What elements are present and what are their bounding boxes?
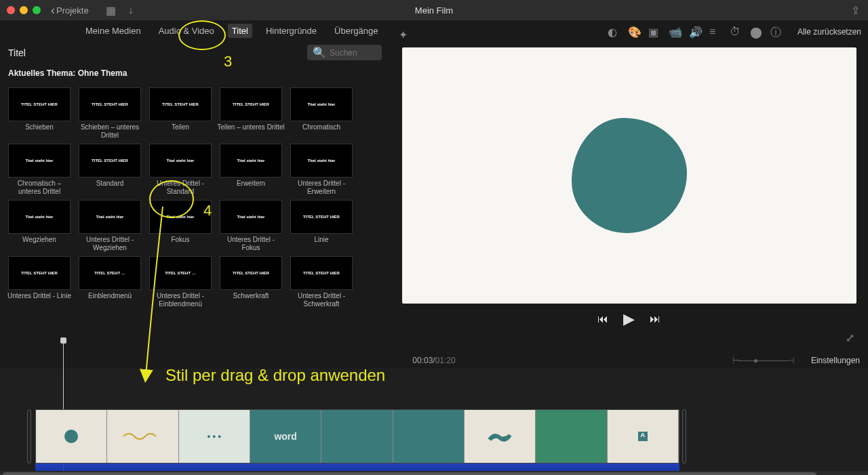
title-thumb: TITEL STEHT HIER [149, 87, 212, 121]
timeline-scrollbar[interactable] [0, 471, 868, 475]
title-thumb: TITEL STEHT HIER [220, 87, 282, 121]
color-correct-icon[interactable]: 🎨 [628, 26, 640, 38]
info-icon[interactable]: ⓘ [770, 26, 783, 38]
title-label: Teilen [172, 123, 189, 140]
title-tile[interactable]: Titel steht hierUnteres Drittel - Standa… [146, 144, 214, 196]
viewer-toolbar: ◐ 🎨 ▣ 📹 🔊 ≡ ⏱ ⬤ ⓘ Alle zurücksetzen [608, 26, 861, 38]
minimize-window[interactable] [20, 6, 28, 14]
title-label: Schwerkraft [233, 292, 269, 308]
import-icon[interactable]: ↓ [128, 4, 134, 17]
search-field[interactable]: 🔍 [307, 45, 382, 60]
prev-frame-icon[interactable]: ⏮ [597, 313, 608, 325]
window-controls [7, 6, 41, 14]
titles-browser: Titel 🔍 Aktuelles Thema: Ohne Thema TITE… [0, 41, 390, 352]
title-thumb: TITEL STEHT HIER [79, 144, 141, 178]
play-icon[interactable]: ▶ [623, 310, 635, 328]
title-label: Chromatisch – unteres Drittel [5, 180, 73, 196]
playback-controls: ⏮ ▶ ⏭ [597, 310, 660, 328]
enhance-icon[interactable]: ✦ [399, 28, 408, 41]
title-thumb: TITEL STEHT HIER [290, 256, 353, 290]
title-tile[interactable]: Titel steht hierErweitern [217, 144, 285, 196]
clip[interactable] [107, 410, 178, 463]
equalizer-icon[interactable]: ≡ [709, 26, 722, 38]
title-label: Unteres Drittel - Erweitern [288, 180, 355, 196]
title-tile[interactable]: TITEL STEHT HIERTeilen [146, 87, 214, 140]
title-thumb: TITEL STEHT HIER [79, 87, 141, 121]
clip-start-handle[interactable] [27, 409, 31, 463]
video-track[interactable]: ● ● ● word A [35, 409, 679, 463]
title-thumb: TITEL STEHT HIER [8, 87, 71, 121]
title-label: Unteres Drittel - Fokus [217, 236, 285, 252]
clip[interactable]: A [608, 410, 679, 463]
library-icon[interactable]: ▦ [106, 4, 116, 17]
title-thumb: Titel steht hier [8, 200, 71, 234]
crop-icon[interactable]: ▣ [648, 26, 660, 38]
viewer: ⏮ ▶ ⏭ ⤢ [390, 41, 868, 352]
next-frame-icon[interactable]: ⏭ [650, 313, 660, 325]
clip-end-handle[interactable] [682, 409, 686, 463]
title-label: Unteres Drittel - Einblendmenü [146, 292, 214, 308]
time-display: 00:03 / 01:20 ⊢――●――――⊣ Einstellungen [0, 352, 868, 369]
title-thumb: Titel steht hier [149, 144, 212, 178]
title-tile[interactable]: TITEL STEHT HIERUnteres Drittel - Linie [5, 256, 73, 308]
tab-titles[interactable]: Titel [228, 24, 252, 38]
title-thumb: Titel steht hier [220, 144, 282, 178]
title-tile[interactable]: TITEL STEHT HIERUnteres Drittel - Schwer… [288, 256, 355, 308]
title-tile[interactable]: TITEL STEHT HIERSchwerkraft [217, 256, 285, 308]
title-tile[interactable]: Titel steht hierUnteres Drittel - Erweit… [288, 144, 355, 196]
fullscreen-icon[interactable]: ⤢ [846, 331, 854, 344]
title-tile[interactable]: TITEL STEHT …Unteres Drittel - Einblendm… [146, 256, 214, 308]
window-title: Mein Film [415, 5, 453, 16]
preview-canvas[interactable] [402, 47, 856, 304]
tab-media[interactable]: Meine Medien [81, 24, 145, 38]
title-tile[interactable]: Titel steht hierUnteres Drittel - Fokus [217, 200, 285, 252]
title-tile[interactable]: TITEL STEHT …Einblendmenü [76, 256, 144, 308]
title-tile[interactable]: TITEL STEHT HIERTeilen – unteres Drittel [217, 87, 285, 140]
tab-audio[interactable]: Audio & Video [155, 24, 218, 38]
close-window[interactable] [7, 6, 15, 14]
title-tile[interactable]: Titel steht hierUnteres Drittel - Wegzie… [76, 200, 144, 252]
maximize-window[interactable] [33, 6, 41, 14]
title-tile[interactable]: TITEL STEHT HIERStandard [76, 144, 144, 196]
title-thumb: Titel steht hier [149, 200, 212, 234]
title-thumb: Titel steht hier [220, 200, 282, 234]
preview-content [572, 118, 687, 233]
clip[interactable] [536, 410, 607, 463]
search-icon: 🔍 [313, 46, 326, 59]
current-time: 00:03 [412, 356, 433, 365]
title-label: Unteres Drittel - Wegziehen [76, 236, 144, 252]
clip[interactable] [321, 410, 393, 463]
color-balance-icon[interactable]: ◐ [608, 26, 620, 38]
title-tile[interactable]: Titel steht hierFokus [146, 200, 214, 252]
tab-transitions[interactable]: Übergänge [330, 24, 382, 38]
title-thumb: TITEL STEHT HIER [290, 200, 353, 234]
clip[interactable] [36, 410, 107, 463]
timeline-settings[interactable]: Einstellungen [811, 356, 860, 365]
clip[interactable] [465, 410, 536, 463]
zoom-slider[interactable]: ⊢――●――――⊣ [732, 356, 793, 365]
title-tile[interactable]: Titel steht hierChromatisch [288, 87, 355, 140]
clip[interactable]: word [250, 410, 321, 463]
title-tile[interactable]: Titel steht hierChromatisch – unteres Dr… [5, 144, 73, 196]
search-input[interactable] [330, 48, 384, 58]
reset-all[interactable]: Alle zurücksetzen [797, 27, 861, 37]
scrollbar-thumb[interactable] [3, 472, 816, 475]
share-icon[interactable]: ⇪ [851, 4, 860, 17]
title-tile[interactable]: TITEL STEHT HIERSchieben – unteres Dritt… [76, 87, 144, 140]
tab-backgrounds[interactable]: Hintergründe [262, 24, 321, 38]
filter-icon[interactable]: ⬤ [750, 26, 762, 38]
current-theme: Aktuelles Thema: Ohne Thema [0, 64, 390, 82]
title-thumb: Titel steht hier [8, 144, 71, 178]
back-to-projects[interactable]: Projekte [51, 3, 89, 18]
title-tile[interactable]: Titel steht hierWegziehen [5, 200, 73, 252]
title-tile[interactable]: TITEL STEHT HIERSchieben [5, 87, 73, 140]
volume-icon[interactable]: 🔊 [689, 26, 701, 38]
speed-icon[interactable]: ⏱ [730, 26, 742, 38]
clip[interactable] [393, 410, 465, 463]
timeline[interactable]: ● ● ● word A ♪ [0, 369, 868, 475]
title-thumb: TITEL STEHT … [79, 256, 141, 290]
title-tile[interactable]: TITEL STEHT HIERLinie [288, 200, 355, 252]
stabilize-icon[interactable]: 📹 [669, 26, 681, 38]
title-label: Wegziehen [22, 236, 56, 252]
clip[interactable]: ● ● ● [179, 410, 250, 463]
